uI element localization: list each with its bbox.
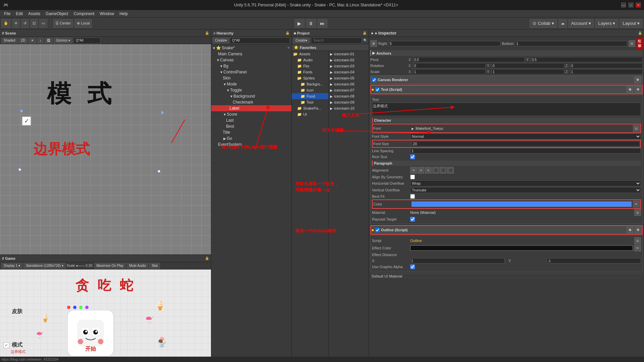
outline-script-header[interactable]: ■ Outline (Script) ⧉ ⚙ <box>370 225 643 235</box>
project-folder-fonts[interactable]: 📁Fonts <box>292 69 328 75</box>
account-button[interactable]: Account ▾ <box>568 19 594 28</box>
material-picker[interactable]: ◎ <box>634 209 641 216</box>
2d-button[interactable]: 2D <box>18 38 28 44</box>
align-center[interactable]: ≡ <box>418 167 424 174</box>
pause-button[interactable]: ⏸ <box>306 19 316 28</box>
font-size-field[interactable] <box>412 141 640 146</box>
hierarchy-item-skin[interactable]: Skin <box>211 75 291 81</box>
project-create[interactable]: Create▾ <box>293 38 310 44</box>
display-button[interactable]: Display 1 ▾ <box>1 263 22 269</box>
project-sprite-03[interactable]: ▶icecream-03 <box>329 63 369 69</box>
effect-y-field[interactable] <box>547 258 641 263</box>
color-picker-btn[interactable]: ✏ <box>633 201 640 207</box>
line-spacing-field[interactable] <box>410 148 641 154</box>
text-textarea[interactable]: 边界模式 <box>372 103 641 116</box>
collab-button[interactable]: ⊙ Collab ▾ <box>530 19 557 28</box>
hierarchy-create[interactable]: Create▾ <box>213 38 229 44</box>
h-overflow-select[interactable]: Wrap <box>410 180 641 186</box>
project-folder-icon[interactable]: 📁Icon <box>292 87 328 93</box>
rot-y-field[interactable] <box>492 63 564 68</box>
anchor-icon[interactable]: ⊞ <box>370 40 377 47</box>
hierarchy-item-snake[interactable]: ▼ ⭐ Snake* 👁 <box>211 45 291 51</box>
right-field[interactable] <box>388 41 501 46</box>
character-section[interactable]: Character <box>372 118 641 123</box>
scene-search[interactable] <box>73 38 100 44</box>
project-sprite-10[interactable]: ▶icecream-10 <box>329 105 369 111</box>
gizmos-button[interactable]: Gizmos ▾ <box>54 38 72 44</box>
maximize-play-button[interactable]: Maximize On Play <box>94 263 126 269</box>
project-sprite-08[interactable]: ▶icecream-08 <box>329 93 369 99</box>
project-sprite-09[interactable]: ▶icecream-09 <box>329 99 369 105</box>
local-button[interactable]: ⊕ Local <box>74 19 92 28</box>
v-overflow-select[interactable]: Truncate <box>410 187 641 193</box>
rot-z-field[interactable] <box>570 63 643 68</box>
project-sprite-07[interactable]: ▶icecream-07 <box>329 87 369 93</box>
hierarchy-item-go[interactable]: ▶ Go <box>211 135 291 141</box>
align-right[interactable]: ≡ <box>425 167 432 174</box>
grid-icon[interactable]: ⊟ <box>629 40 635 47</box>
settings-icon[interactable]: ⚙ <box>634 76 641 83</box>
hierarchy-item-best[interactable]: Best <box>211 123 291 129</box>
hierarchy-item-bg[interactable]: ▼ Bg <box>211 63 291 69</box>
maximize-button[interactable]: □ <box>629 3 633 7</box>
mute-button[interactable]: Mute Audio <box>127 263 148 269</box>
hierarchy-search[interactable] <box>230 38 290 44</box>
scene-checkbox[interactable]: ✓ <box>22 116 31 126</box>
scale-z-field[interactable] <box>570 69 643 74</box>
project-sprite-04[interactable]: ▶icecream-04 <box>329 69 369 75</box>
text-script-checkbox[interactable] <box>375 87 380 92</box>
pivot-y-field[interactable] <box>531 57 643 62</box>
menu-file[interactable]: File <box>1 11 13 17</box>
layers-button[interactable]: Layers ▾ <box>595 19 619 28</box>
close-button[interactable]: ✕ <box>636 3 641 7</box>
align-top[interactable]: ⬛ <box>432 167 439 174</box>
game-tab[interactable]: # Game <box>2 256 15 260</box>
rect-tool[interactable]: ▭ <box>39 19 47 28</box>
hierarchy-item-title[interactable]: Title <box>211 129 291 135</box>
project-folder-audio[interactable]: 📁Audio <box>292 57 328 63</box>
text-script-copy[interactable]: ⧉ <box>627 86 633 93</box>
project-folder-tool[interactable]: 📁Tool <box>292 99 328 105</box>
project-folder-backgro[interactable]: 📁Backgro... <box>292 81 328 87</box>
align-bottom[interactable]: ⬛ <box>447 167 454 174</box>
hand-tool[interactable]: ✋ <box>1 19 11 28</box>
anchors-section[interactable]: ▶ Anchors <box>370 50 643 56</box>
project-search[interactable] <box>311 38 362 44</box>
audio-button[interactable]: ♪ <box>37 38 44 44</box>
step-button[interactable]: ⏭ <box>317 19 327 28</box>
play-button[interactable]: ▶ <box>294 19 305 28</box>
menu-assets[interactable]: Assets <box>25 11 43 17</box>
text-script-settings[interactable]: ⚙ <box>635 86 641 93</box>
project-folder-food[interactable]: 📁Food <box>292 93 328 99</box>
center-button[interactable]: ☰ Center <box>53 19 73 28</box>
paragraph-section[interactable]: Paragraph <box>372 161 641 166</box>
raycast-checkbox[interactable] <box>410 217 415 222</box>
outline-settings[interactable]: ⚙ <box>635 227 641 233</box>
best-fit-checkbox[interactable] <box>410 194 415 199</box>
project-tab[interactable]: ■ Project <box>294 31 310 35</box>
scale-y-field[interactable] <box>492 69 564 74</box>
hierarchy-item-mode[interactable]: ▼ Mode <box>211 81 291 87</box>
effect-color-swatch[interactable] <box>410 245 633 251</box>
resolution-button[interactable]: Standalone (1280x720) ▾ <box>23 263 66 269</box>
color-swatch[interactable] <box>412 201 632 207</box>
script-picker[interactable]: ◎ <box>634 237 641 244</box>
hierarchy-tab[interactable]: ≡ Hierarchy <box>213 31 233 35</box>
project-folder-snakepa[interactable]: 📁SnakePa... <box>292 105 328 111</box>
canvas-renderer-checkbox[interactable] <box>372 78 376 82</box>
scene-tab[interactable]: # Scene <box>2 31 16 35</box>
menu-help[interactable]: Help <box>117 11 130 17</box>
rich-text-checkbox[interactable] <box>410 155 415 159</box>
rotate-tool[interactable]: ↺ <box>21 19 29 28</box>
cloud-button[interactable]: ☁ <box>558 19 567 28</box>
hierarchy-item-camera[interactable]: Main Camera <box>211 51 291 57</box>
effects-button[interactable]: 🖼 <box>45 38 53 44</box>
layout-button[interactable]: Layout ▾ <box>620 19 643 28</box>
stats-button[interactable]: Stat <box>149 263 160 269</box>
project-folder-ui[interactable]: 📁UI <box>292 111 328 117</box>
text-script-header[interactable]: ■ Text (Script) ⧉ ⚙ <box>370 85 643 94</box>
lighting-button[interactable]: ☀ <box>29 38 36 44</box>
project-sprite-01[interactable]: ▶icecream-01 <box>329 51 369 57</box>
menu-window[interactable]: Window <box>97 11 117 17</box>
hierarchy-item-controlpanel[interactable]: ▼ ControlPanel <box>211 69 291 75</box>
